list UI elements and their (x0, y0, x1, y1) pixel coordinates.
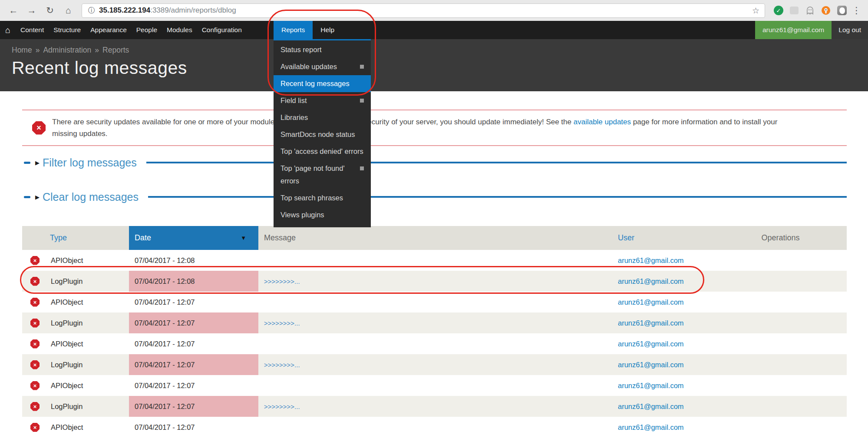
log-user-link[interactable]: arunz61@gmail.com (618, 298, 684, 306)
table-header-row: Type Date▼ Message User Operations (22, 226, 847, 250)
clear-log-messages-fieldset: ▶ Clear log messages (22, 188, 847, 206)
menu-item-available-updates[interactable]: Available updates (274, 58, 371, 75)
url-bar[interactable]: ⓘ 35.185.222.194 :3389/admin/reports/dbl… (82, 3, 765, 18)
fieldset-dash-icon (24, 162, 30, 164)
log-message-link[interactable]: >>>>>>>>... (264, 403, 300, 410)
log-type: APIObject (51, 340, 83, 348)
sort-by-date-link[interactable]: Date▼ (129, 233, 258, 243)
log-user-link[interactable]: arunz61@gmail.com (618, 423, 684, 431)
reports-menu-panel: Status report Available updates Recent l… (274, 39, 371, 227)
menu-tab-bar: Reports Help (274, 21, 371, 39)
log-type: APIObject (51, 423, 83, 432)
alert-text: There are security updates available for… (52, 116, 777, 140)
table-row-highlighted: ×LogPlugin 07/04/2017 - 12:08 >>>>>>>>..… (22, 271, 847, 292)
table-row: ×APIObject 07/04/2017 - 12:07 arunz61@gm… (22, 292, 847, 312)
log-user-link[interactable]: arunz61@gmail.com (618, 277, 684, 285)
log-user-link[interactable]: arunz61@gmail.com (618, 382, 684, 389)
tab-reports[interactable]: Reports (274, 21, 313, 39)
log-date: 07/04/2017 - 12:07 (129, 354, 258, 375)
error-status-icon: × (30, 423, 40, 432)
menu-item-status-report[interactable]: Status report (274, 41, 371, 58)
log-type: APIObject (51, 382, 83, 390)
menu-item-field-list[interactable]: Field list (274, 92, 371, 109)
drupal-home-icon[interactable]: ⌂ (0, 21, 16, 39)
home-icon[interactable]: ⌂ (59, 5, 77, 16)
toolbar-item-people[interactable]: People (132, 21, 162, 39)
toolbar-item-content[interactable]: Content (16, 21, 49, 39)
back-icon[interactable]: ← (4, 5, 23, 16)
error-status-icon: × (30, 360, 40, 369)
browser-chrome: ← → ↻ ⌂ ⓘ 35.185.222.194 :3389/admin/rep… (0, 0, 868, 21)
clear-log-messages-toggle[interactable]: Clear log messages (43, 191, 139, 203)
breadcrumb-home[interactable]: Home (12, 46, 32, 54)
log-user-link[interactable]: arunz61@gmail.com (618, 361, 684, 369)
breadcrumb: Home»Administration»Reports (12, 46, 868, 55)
menu-item-views-plugins[interactable]: Views plugins (274, 206, 371, 223)
log-date: 07/04/2017 - 12:08 (129, 250, 258, 271)
collapsed-arrow-icon: ▶ (35, 194, 40, 200)
table-row: ×APIObject 07/04/2017 - 12:08 arunz61@gm… (22, 250, 847, 271)
log-message-link[interactable]: >>>>>>>>... (264, 319, 300, 327)
toolbar-item-modules[interactable]: Modules (162, 21, 197, 39)
log-date: 07/04/2017 - 12:08 (129, 271, 258, 292)
forward-icon[interactable]: → (23, 5, 41, 16)
disabled-extension-icon[interactable] (790, 7, 799, 14)
table-row: ×APIObject 07/04/2017 - 12:07 arunz61@gm… (22, 417, 847, 432)
log-date: 07/04/2017 - 12:07 (129, 417, 258, 432)
table-row: ×APIObject 07/04/2017 - 12:07 arunz61@gm… (22, 375, 847, 396)
menu-item-libraries[interactable]: Libraries (274, 109, 371, 126)
log-message-link[interactable]: >>>>>>>>... (264, 278, 300, 285)
filter-log-messages-toggle[interactable]: Filter log messages (43, 156, 137, 169)
page-title: Recent log messages (12, 58, 868, 78)
table-row: ×LogPlugin 07/04/2017 - 12:07 >>>>>>>>..… (22, 396, 847, 417)
menu-item-top-page-not-found[interactable]: Top 'page not found' errors (274, 160, 371, 189)
logout-button[interactable]: Log out (832, 21, 868, 39)
toolbar-item-configuration[interactable]: Configuration (197, 21, 247, 39)
alert-text-line2: missing updates. (52, 128, 777, 140)
log-user-link[interactable]: arunz61@gmail.com (618, 256, 684, 264)
openvpn-extension-icon[interactable] (821, 6, 831, 15)
log-type: LogPlugin (51, 361, 83, 369)
update-indicator-icon (360, 65, 364, 69)
menu-item-recent-log-messages[interactable]: Recent log messages (274, 75, 371, 92)
reload-icon[interactable]: ↻ (41, 5, 59, 16)
sort-by-type-link[interactable]: Type (50, 233, 67, 242)
adblock-extension-icon[interactable]: ✓ (774, 6, 783, 15)
log-user-link[interactable]: arunz61@gmail.com (618, 402, 684, 410)
breadcrumb-reports[interactable]: Reports (102, 46, 129, 54)
ghost-extension-icon[interactable] (805, 6, 815, 15)
menu-item-top-access-denied[interactable]: Top 'access denied' errors (274, 143, 371, 160)
bookmark-star-icon[interactable]: ☆ (752, 6, 759, 16)
error-status-icon: × (30, 319, 40, 328)
menu-item-smartdocs-node-status[interactable]: SmartDocs node status (274, 126, 371, 143)
tab-help[interactable]: Help (313, 21, 342, 39)
log-date: 07/04/2017 - 12:07 (129, 375, 258, 396)
page-header: Home»Administration»Reports Recent log m… (0, 39, 868, 91)
reports-dropdown: Reports Help Status report Available upd… (274, 21, 371, 227)
log-user-link[interactable]: arunz61@gmail.com (618, 319, 684, 327)
update-indicator-icon (360, 166, 364, 170)
screenshot-extension-icon[interactable] (837, 6, 847, 15)
toolbar-item-structure[interactable]: Structure (49, 21, 86, 39)
url-path: :3389/admin/reports/dblog (150, 6, 236, 15)
fieldset-rule (146, 162, 847, 163)
toolbar-item-appearance[interactable]: Appearance (86, 21, 132, 39)
sort-by-user-link[interactable]: User (618, 233, 634, 242)
page-info-icon[interactable]: ⓘ (88, 6, 95, 15)
extension-icons: ✓ (771, 6, 849, 15)
fieldset-dash-icon (24, 196, 30, 198)
available-updates-link[interactable]: available updates (574, 118, 631, 126)
log-messages-table: Type Date▼ Message User Operations ×APIO… (22, 226, 847, 432)
log-type: APIObject (51, 298, 83, 306)
url-host: 35.185.222.194 (99, 6, 150, 15)
menu-item-top-search-phrases[interactable]: Top search phrases (274, 189, 371, 206)
browser-menu-icon[interactable]: ⋮ (849, 5, 864, 16)
collapsed-arrow-icon: ▶ (35, 160, 40, 166)
log-message-link[interactable]: >>>>>>>>... (264, 361, 300, 369)
filter-log-messages-fieldset: ▶ Filter log messages (22, 153, 847, 172)
date-header-label: Date (135, 233, 151, 243)
sort-desc-icon: ▼ (241, 235, 246, 241)
user-account-tab[interactable]: arunz61@gmail.com (755, 21, 832, 39)
log-user-link[interactable]: arunz61@gmail.com (618, 340, 684, 348)
breadcrumb-administration[interactable]: Administration (43, 46, 91, 54)
